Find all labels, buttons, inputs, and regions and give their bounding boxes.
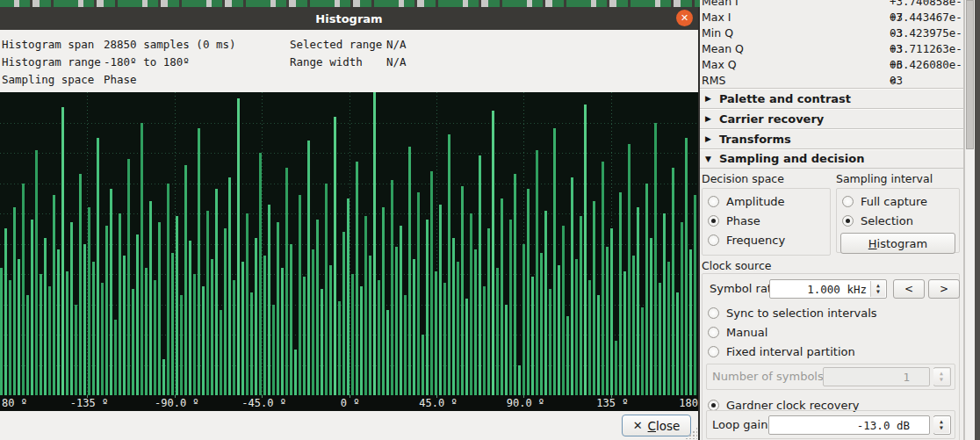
histogram-bar bbox=[672, 168, 674, 395]
histogram-bar bbox=[540, 253, 543, 395]
axis-tick-label: 90.0 º bbox=[507, 397, 544, 409]
info-row-selected-range: Selected rangeN/A bbox=[290, 36, 407, 54]
histogram-bar bbox=[549, 289, 551, 395]
section-header-transforms[interactable]: ▶Transforms bbox=[700, 128, 963, 148]
histogram-bar bbox=[250, 292, 253, 395]
histogram-bar bbox=[667, 262, 670, 395]
close-button[interactable]: ✕ Close bbox=[622, 415, 691, 436]
axis-tick-mark bbox=[262, 395, 263, 398]
histogram-bar bbox=[132, 289, 134, 395]
histogram-bar bbox=[417, 192, 420, 395]
histogram-bar bbox=[632, 256, 635, 395]
histogram-bar bbox=[531, 277, 534, 395]
histogram-bar bbox=[681, 222, 683, 395]
histogram-button[interactable]: Histogram bbox=[840, 233, 955, 254]
radio-icon bbox=[708, 234, 719, 246]
section-header-palette-and-contrast[interactable]: ▶Palette and contrast bbox=[700, 88, 963, 108]
radio-icon bbox=[708, 400, 719, 411]
histogram-bar bbox=[400, 226, 402, 395]
histogram-bar bbox=[413, 259, 415, 395]
histogram-bar bbox=[426, 220, 429, 395]
histogram-bar bbox=[53, 195, 55, 395]
histogram-bar bbox=[457, 262, 459, 395]
histogram-bar bbox=[452, 238, 455, 395]
histogram-bar bbox=[92, 262, 95, 395]
radio-phase[interactable]: Phase bbox=[708, 211, 830, 230]
radio-manual[interactable]: Manual bbox=[708, 322, 959, 342]
chevron-down-icon: ▼ bbox=[705, 155, 711, 163]
loop-gain-label: Loop gain bbox=[712, 418, 767, 431]
radio-frequency[interactable]: Frequency bbox=[708, 230, 830, 249]
axis-tick-label: -90.0 º bbox=[155, 397, 199, 409]
histogram-bar bbox=[321, 289, 323, 395]
histogram-bar bbox=[0, 268, 3, 395]
histogram-bar bbox=[114, 320, 117, 395]
histogram-bar bbox=[97, 138, 99, 395]
window-close-icon[interactable]: ✕ bbox=[676, 10, 693, 26]
histogram-bar bbox=[509, 220, 512, 395]
histogram-bar bbox=[650, 238, 652, 395]
histogram-bar bbox=[316, 220, 319, 395]
histogram-bar bbox=[562, 226, 565, 395]
histogram-bar bbox=[184, 165, 187, 395]
histogram-bar bbox=[404, 295, 407, 395]
step-down-button[interactable]: < bbox=[893, 279, 925, 299]
step-up-button[interactable]: > bbox=[928, 279, 960, 299]
histogram-bar bbox=[443, 283, 446, 395]
histogram-bar bbox=[206, 211, 209, 395]
scrollbar-thumb[interactable] bbox=[966, 0, 974, 149]
histogram-bar bbox=[553, 128, 556, 395]
loop-gain-input[interactable]: -13.0 dB bbox=[768, 415, 930, 435]
histogram-bar bbox=[654, 123, 657, 396]
histogram-bar bbox=[123, 256, 126, 395]
histogram-bar bbox=[580, 216, 582, 395]
histogram-bar bbox=[597, 295, 600, 395]
histogram-bar bbox=[26, 295, 29, 395]
histogram-bar bbox=[522, 244, 525, 396]
symbol-rate-input[interactable]: 1.000 kHz ▲▼ bbox=[769, 279, 887, 299]
num-symbols-box: Number of symbols 1 ▲▼ bbox=[706, 364, 955, 390]
histogram-bar bbox=[149, 201, 152, 395]
histogram-bar bbox=[685, 138, 688, 395]
histogram-bar bbox=[79, 174, 82, 395]
loop-gain-spinner[interactable]: ▲▼ bbox=[933, 415, 951, 435]
info-row-sampling-space: Sampling spacePhase bbox=[2, 71, 236, 89]
info-row-histogram-span: Histogram span28850 samples (0 ms) bbox=[2, 36, 236, 54]
histogram-bar bbox=[281, 268, 284, 395]
histogram-bar bbox=[615, 341, 617, 395]
histogram-bar bbox=[351, 274, 354, 395]
section-header-sampling-and-decision[interactable]: ▼Sampling and decision bbox=[700, 148, 963, 169]
panel-scrollbar[interactable] bbox=[964, 0, 975, 440]
collapsible-sections: ▶Palette and contrast▶Carrier recovery▶T… bbox=[700, 88, 963, 169]
radio-fixed-interval-partition[interactable]: Fixed interval partition bbox=[708, 342, 959, 361]
histogram-bar bbox=[88, 207, 90, 395]
histogram-bar bbox=[312, 249, 314, 395]
radio-sync-to-selection-intervals[interactable]: Sync to selection intervals bbox=[708, 303, 959, 322]
x-axis: 80 º-135 º-90.0 º-45.0 º0 º45.0 º90.0 º1… bbox=[0, 395, 698, 411]
chevron-right-icon: ▶ bbox=[705, 114, 711, 123]
section-header-carrier-recovery[interactable]: ▶Carrier recovery bbox=[700, 108, 963, 128]
histogram-bar bbox=[518, 365, 521, 396]
radio-full-capture[interactable]: Full capture bbox=[842, 191, 959, 211]
histogram-chart[interactable] bbox=[0, 92, 698, 395]
histogram-bar bbox=[373, 92, 376, 395]
histogram-bar bbox=[325, 184, 328, 396]
histogram-bar bbox=[544, 211, 547, 395]
sampling-interval-title: Sampling interval bbox=[836, 172, 933, 185]
histogram-bar bbox=[628, 144, 631, 395]
symbol-rate-spinner[interactable]: ▲▼ bbox=[870, 281, 885, 297]
radio-amplitude[interactable]: Amplitude bbox=[708, 191, 830, 211]
histogram-bar bbox=[215, 189, 218, 395]
clock-source-radios: Sync to selection intervalsManualFixed i… bbox=[703, 303, 959, 361]
sampling-interval-group: Full captureSelectionHistogram bbox=[836, 188, 960, 253]
histogram-bar bbox=[382, 207, 385, 395]
histogram-bar bbox=[465, 299, 468, 395]
histogram-bar bbox=[338, 301, 341, 395]
histogram-bar bbox=[162, 359, 165, 395]
dialog-titlebar[interactable]: Histogram ✕ bbox=[0, 7, 698, 30]
histogram-bar bbox=[536, 150, 538, 395]
symbol-rate-row: Symbol rate 1.000 kHz ▲▼ < > bbox=[703, 279, 959, 299]
radio-selection[interactable]: Selection bbox=[842, 211, 959, 230]
histogram-bar bbox=[448, 134, 450, 395]
histogram-bar bbox=[110, 189, 112, 395]
